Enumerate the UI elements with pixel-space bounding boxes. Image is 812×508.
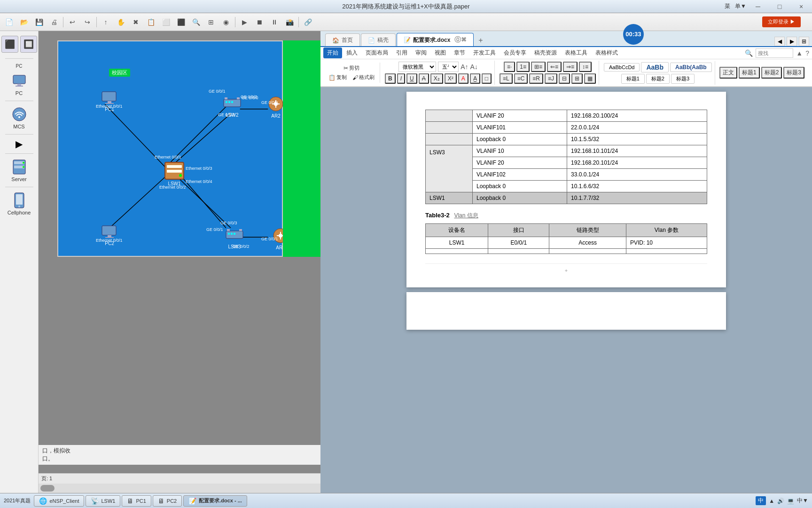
align-left-button[interactable]: ≡L — [500, 73, 513, 84]
text-border-button[interactable]: □ — [482, 73, 492, 84]
sidebar-icon-1[interactable]: ⬛ — [1, 36, 18, 53]
zoom-select-button[interactable]: ◉ — [219, 16, 233, 29]
move-button[interactable]: ✋ — [114, 16, 128, 29]
cut-button[interactable]: ✂ 剪切 — [341, 64, 362, 72]
menu-insert[interactable]: 插入 — [343, 48, 361, 58]
outline-button[interactable]: ⊞≡ — [531, 62, 546, 72]
menu-developer[interactable]: 开发工具 — [469, 48, 500, 58]
sidebar-item-server[interactable]: Server — [1, 156, 37, 185]
para-align-left2[interactable]: 正文 — [719, 67, 737, 79]
menu-references[interactable]: 引用 — [392, 48, 411, 58]
style-heading1-btn[interactable]: 标题1 — [621, 74, 645, 84]
font-size-select[interactable]: 五号 — [438, 62, 459, 72]
tray-arrow[interactable]: ▲ — [769, 498, 774, 504]
style-heading2-preview[interactable]: AaBb(AaBb — [670, 63, 712, 72]
close-button[interactable]: × — [790, 0, 812, 13]
capture-button[interactable]: 📸 — [282, 16, 297, 29]
shading-button[interactable]: ▦ — [584, 73, 596, 84]
copy-btn[interactable]: 📋 复制 — [326, 73, 349, 82]
tray-volume-icon[interactable]: 🔊 — [777, 498, 784, 504]
align-center-button[interactable]: ≡C — [514, 73, 528, 84]
superscript-button[interactable]: X² — [445, 73, 457, 84]
list-unordered-button[interactable]: ≡· — [504, 62, 515, 72]
ribbon-help-icon[interactable]: ? — [805, 49, 809, 57]
sidebar-icon-2[interactable]: 🔲 — [20, 36, 37, 53]
open-button[interactable]: 📂 — [17, 16, 31, 29]
new-button[interactable]: 📄 — [2, 16, 16, 29]
node-lsw3[interactable]: LSW3 GE 0/0/3 GE 0/0/1 GE 0/0/2 — [225, 227, 244, 249]
maximize-button[interactable]: □ — [769, 0, 790, 13]
node-lsw1[interactable]: LSW1 Ethernet 0/0/1 Ethernet 0/0/3 Ether… — [164, 161, 185, 186]
rect-button[interactable]: ⬜ — [159, 16, 173, 29]
doc-left-btn[interactable]: ◀ — [774, 37, 785, 46]
underline-button[interactable]: U — [406, 73, 417, 84]
page-add-area[interactable]: + — [425, 263, 707, 273]
style-heading1-preview[interactable]: AaBb — [641, 62, 669, 72]
task-pc2[interactable]: 🖥 PC2 — [153, 495, 182, 507]
task-pc1[interactable]: 🖥 PC1 — [122, 495, 151, 507]
print-button[interactable]: 🖨 — [47, 16, 61, 29]
fill-button[interactable]: ⬛ — [174, 16, 188, 29]
highlight-button[interactable]: A̲ — [470, 73, 480, 84]
list-ordered-button[interactable]: 1≡ — [516, 62, 530, 72]
menu-page-layout[interactable]: 页面布局 — [362, 48, 392, 58]
font-name-select[interactable]: 微软雅黑 — [398, 62, 436, 72]
font-grow-icon[interactable]: A↑ — [461, 63, 468, 71]
line-spacing-button[interactable]: ↕≡ — [579, 62, 592, 72]
task-ensp[interactable]: 🌐 eNSP_Client — [34, 495, 84, 507]
tab-home[interactable]: 🏠 首页 — [325, 33, 360, 46]
menu-table-style[interactable]: 表格样式 — [592, 48, 622, 58]
para-align-center2[interactable]: 标题1 — [739, 67, 760, 79]
minimize-button[interactable]: ─ — [747, 0, 769, 13]
font-color-button[interactable]: A — [458, 73, 468, 84]
menu-view[interactable]: 视图 — [431, 48, 450, 58]
sidebar-arrow[interactable]: ▶ — [16, 138, 23, 150]
undo-button[interactable]: ↩ — [65, 16, 79, 29]
menu-member[interactable]: 会员专享 — [500, 48, 530, 58]
italic-button[interactable]: I — [397, 73, 405, 84]
node-pc1[interactable]: PC1 Ethernet 0/0/1 — [101, 91, 118, 112]
task-lsw1[interactable]: 📡 LSW1 — [86, 495, 120, 507]
doc-right-btn[interactable]: ▶ — [787, 37, 797, 46]
task-docx[interactable]: 📝 配置要求.docx - ... — [183, 495, 247, 507]
bold-button[interactable]: B — [385, 73, 396, 84]
play-button[interactable]: ▶ — [237, 16, 251, 29]
align-right-button[interactable]: ≡R — [529, 73, 543, 84]
delete-button[interactable]: ✖ — [129, 16, 143, 29]
style-heading3-btn[interactable]: 标题3 — [671, 74, 695, 84]
zoom-fit-button[interactable]: ⊞ — [204, 16, 218, 29]
topology-button[interactable]: 🔗 — [301, 16, 315, 29]
copy-button[interactable]: 📋 — [144, 16, 158, 29]
columns-button[interactable]: ⊟ — [559, 73, 570, 84]
node-pc2[interactable]: PC2 Ethernet 0/0/1 — [101, 225, 118, 246]
node-ar2[interactable]: AR2 GE 0/0/0 — [267, 95, 284, 119]
subscript-button[interactable]: X₂ — [430, 73, 443, 84]
menu-dropdown[interactable]: 单▼ — [735, 2, 746, 10]
align-justify-button[interactable]: ≡J — [545, 73, 557, 84]
login-button[interactable]: 立即登录 ▶ — [762, 16, 801, 27]
menu-table-tools[interactable]: 表格工具 — [561, 48, 591, 58]
pause-button[interactable]: ⏸ — [267, 16, 281, 29]
sidebar-item-cellphone[interactable]: Cellphone — [1, 189, 37, 218]
indent-decrease-button[interactable]: ⇐≡ — [547, 62, 562, 72]
h-scrollbar-thumb[interactable] — [40, 485, 55, 492]
tray-ime-switch[interactable]: 中▼ — [797, 497, 808, 505]
sidebar-item-pc[interactable]: PC — [1, 70, 37, 99]
format-brush-button[interactable]: 🖌 格式刷 — [350, 73, 377, 82]
tab-add-button[interactable]: + — [475, 35, 486, 46]
menu-start[interactable]: 开始 — [323, 48, 342, 58]
stop-button[interactable]: ⏹ — [252, 16, 266, 29]
para-align-justify2[interactable]: 标题3 — [783, 67, 804, 79]
strikethrough-button[interactable]: A — [419, 73, 429, 84]
h-scrollbar[interactable] — [39, 484, 320, 493]
ribbon-search-input[interactable] — [756, 48, 793, 58]
doc-content[interactable]: VLANIF 20 192.168.20.100/24 VLANIF101 22… — [320, 87, 812, 493]
menu-chapter[interactable]: 章节 — [450, 48, 469, 58]
border-button[interactable]: ⊞ — [571, 73, 583, 84]
style-heading2-btn[interactable]: 标题2 — [646, 74, 670, 84]
indent-increase-button[interactable]: ⇒≡ — [563, 62, 578, 72]
para-align-right2[interactable]: 标题2 — [761, 67, 782, 79]
font-shrink-icon[interactable]: A↓ — [470, 63, 477, 71]
redo-button[interactable]: ↪ — [80, 16, 94, 29]
node-lsw2[interactable]: LSW2 GE 0/0/1 GE 0/0/2 GE 0/0/3 — [223, 95, 242, 118]
